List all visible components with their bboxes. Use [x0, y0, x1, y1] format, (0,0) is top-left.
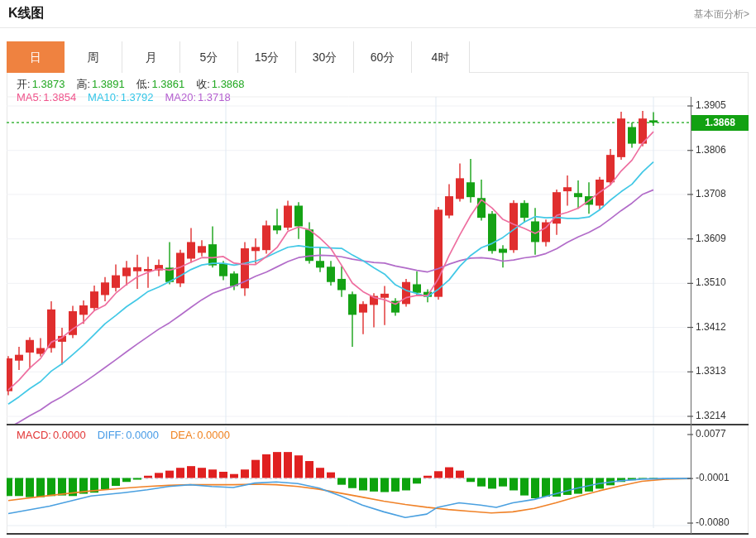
tab-4hour[interactable]: 4时 — [412, 41, 470, 73]
price-axis-label: 1.3214 — [696, 410, 726, 421]
close-value: 1.3868 — [212, 78, 245, 90]
ma10-value: 1.3792 — [121, 91, 154, 103]
price-axis-label: 1.3510 — [696, 276, 726, 288]
ma20-readout: MA20:1.3718 — [165, 91, 230, 103]
ma5-value: 1.3854 — [43, 91, 76, 103]
ohlc-readout: 开:1.3873高:1.3891低:1.3861收:1.3868 — [17, 77, 245, 92]
diff-value: 0.0000 — [126, 429, 159, 441]
diff-label: DIFF: — [98, 429, 125, 441]
tab-30min[interactable]: 30分 — [296, 41, 354, 73]
low-value: 1.3861 — [151, 78, 184, 90]
price-axis-label: 1.3609 — [696, 233, 726, 244]
price-axis-label: 1.3708 — [696, 188, 726, 199]
ma20-label: MA20: — [165, 91, 196, 103]
interval-tabbar: 日周月5分15分30分60分4时 — [7, 41, 749, 73]
price-axis-label: 1.3313 — [696, 365, 726, 377]
ma10-label: MA10: — [88, 91, 119, 103]
ma20-value: 1.3718 — [198, 91, 231, 103]
macd-axis-label: -0.0001 — [696, 472, 730, 483]
ma5-label: MA5: — [17, 91, 41, 103]
dea-readout: DEA:0.0000 — [170, 429, 230, 441]
close-readout: 收:1.3868 — [196, 77, 244, 92]
fundamental-analysis-link[interactable]: 基本面分析> — [694, 7, 749, 22]
tab-month[interactable]: 月 — [122, 41, 180, 73]
open-readout: 开:1.3873 — [17, 77, 65, 92]
macd-axis-label: 0.0077 — [696, 428, 726, 440]
macd-readout: MACD:0.0000DIFF:0.0000DEA:0.0000 — [17, 429, 230, 441]
macd-value: 0.0000 — [53, 429, 86, 441]
diff-readout: DIFF:0.0000 — [98, 429, 159, 441]
high-readout: 高:1.3891 — [76, 77, 124, 92]
tab-60min[interactable]: 60分 — [354, 41, 412, 73]
high-value: 1.3891 — [92, 78, 125, 90]
dea-value: 0.0000 — [197, 429, 230, 441]
ma10-readout: MA10:1.3792 — [88, 91, 153, 103]
open-label: 开: — [17, 78, 31, 90]
tab-week[interactable]: 周 — [65, 41, 122, 73]
close-label: 收: — [196, 78, 210, 90]
high-label: 高: — [76, 78, 90, 90]
tab-day[interactable]: 日 — [7, 41, 65, 73]
current-price-label: 1.3868 — [691, 115, 749, 131]
ma-readout: MA5:1.3854MA10:1.3792MA20:1.3718 — [17, 91, 231, 103]
low-readout: 低:1.3861 — [136, 77, 184, 92]
price-axis-label: 1.3412 — [696, 321, 726, 333]
ma5-readout: MA5:1.3854 — [17, 91, 76, 103]
macd-axis-label: -0.0080 — [696, 516, 730, 528]
header-divider — [0, 27, 756, 28]
price-axis-label: 1.3905 — [696, 99, 726, 111]
price-axis-label: 1.3806 — [696, 144, 726, 156]
tab-15min[interactable]: 15分 — [238, 41, 296, 73]
page-title: K线图 — [8, 5, 45, 22]
macd-readout: MACD:0.0000 — [17, 429, 86, 441]
tab-5min[interactable]: 5分 — [180, 41, 238, 73]
open-value: 1.3873 — [32, 78, 65, 90]
dea-label: DEA: — [170, 429, 195, 441]
low-label: 低: — [136, 78, 151, 90]
macd-label: MACD: — [17, 429, 51, 441]
